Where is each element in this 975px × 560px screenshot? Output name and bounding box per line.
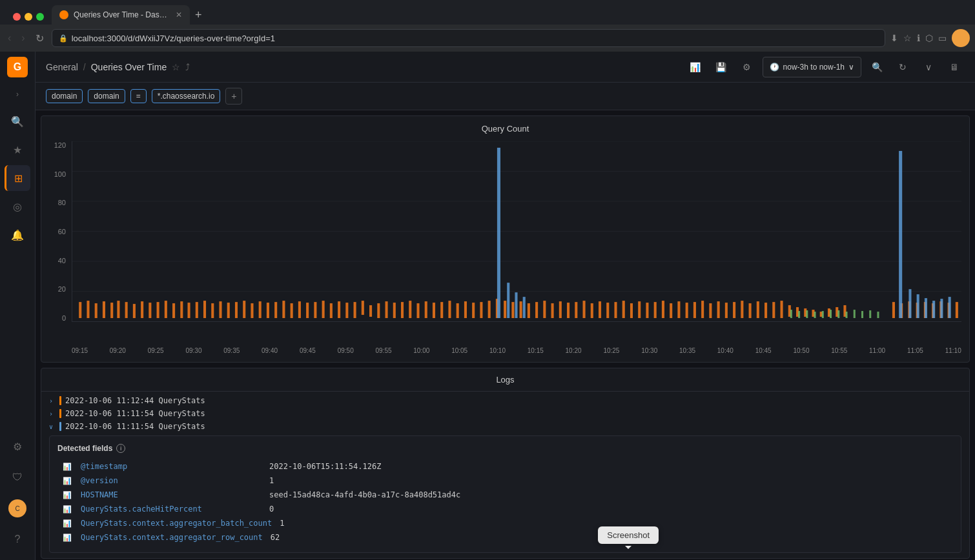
favorite-star-icon[interactable]: ☆ — [172, 62, 180, 72]
x-label-1010: 10:10 — [489, 347, 506, 354]
bookmark-icon[interactable]: ☆ — [903, 33, 912, 43]
svg-rect-25 — [227, 303, 230, 318]
svg-rect-89 — [733, 302, 735, 318]
svg-rect-16 — [157, 302, 159, 318]
panel-view-button[interactable]: 📊 — [685, 57, 706, 77]
svg-rect-112 — [956, 302, 958, 318]
share-icon[interactable]: ⤴ — [185, 62, 190, 72]
svg-rect-63 — [528, 303, 530, 318]
refresh-icon: ↻ — [899, 62, 907, 72]
svg-rect-45 — [385, 301, 388, 318]
reload-button[interactable]: ↻ — [33, 30, 46, 47]
log-entry-2[interactable]: › 2022-10-06 11:11:54 QueryStats — [41, 407, 969, 420]
app-logo[interactable]: G — [7, 57, 28, 77]
svg-rect-50 — [425, 301, 427, 318]
logs-title: Logs — [41, 368, 969, 392]
svg-rect-128 — [822, 311, 824, 318]
save-button[interactable]: 💾 — [711, 57, 732, 77]
svg-rect-74 — [614, 302, 617, 318]
filter-tag-value[interactable]: *.chaossearch.io — [152, 89, 221, 103]
svg-rect-78 — [646, 303, 648, 318]
breadcrumb-parent: General — [46, 62, 78, 72]
field-row-hostname: 📊 HOSTNAME seed-15ad48ca-4afd-4b0a-a17c-… — [57, 488, 953, 502]
svg-rect-88 — [725, 303, 728, 318]
svg-rect-115 — [515, 292, 517, 318]
y-label-120: 120 — [54, 141, 66, 149]
x-label-1020: 10:20 — [566, 347, 582, 354]
download-icon[interactable]: ⬇ — [890, 33, 898, 43]
svg-rect-77 — [638, 301, 641, 318]
sidebar-item-dashboards[interactable]: ⊞ — [5, 165, 30, 191]
svg-rect-24 — [219, 301, 221, 318]
tab-bar: Queries Over Time - Dashboar... ✕ + — [0, 0, 975, 25]
svg-rect-55 — [464, 301, 467, 318]
explore-icon: ◎ — [13, 201, 22, 213]
maximize-traffic-light[interactable] — [36, 13, 44, 21]
info-icon[interactable]: i — [116, 444, 125, 453]
address-bar[interactable]: 🔒 localhost:3000/d/dWxiiJ7Vz/queries-ove… — [52, 29, 885, 47]
sidebar-item-explore[interactable]: ◎ — [5, 194, 30, 219]
svg-rect-21 — [196, 302, 198, 318]
shield-icon: 🛡 — [12, 472, 23, 483]
active-tab[interactable]: Queries Over Time - Dashboar... ✕ — [52, 5, 190, 25]
svg-rect-127 — [814, 312, 816, 318]
log-entry-3[interactable]: ∨ 2022-10-06 11:11:54 QueryStats — [41, 420, 969, 433]
settings-button[interactable]: ⚙ — [737, 57, 757, 77]
extension2-icon[interactable]: ⬡ — [925, 33, 933, 43]
filter-tag-key[interactable]: domain — [46, 89, 83, 103]
tab-close-button[interactable]: ✕ — [176, 10, 182, 19]
y-label-0: 0 — [62, 314, 66, 322]
log-toggle-1[interactable]: › — [49, 397, 56, 405]
help-icon: ? — [15, 534, 21, 545]
svg-rect-62 — [520, 301, 522, 318]
browser-chrome: Queries Over Time - Dashboar... ✕ + ‹ › … — [0, 0, 975, 52]
filter-tag-op[interactable]: = — [130, 89, 147, 103]
log-toggle-2[interactable]: › — [49, 410, 56, 417]
time-range-picker[interactable]: 🕐 now-3h to now-1h ∨ — [763, 57, 861, 77]
filter-bar: domain domain = *.chaossearch.io + — [36, 83, 975, 110]
minimize-traffic-light[interactable] — [25, 13, 32, 21]
refresh-dropdown[interactable]: ∨ — [918, 57, 939, 77]
field-name-batch-count: QueryStats.context.aggregator_batch_coun… — [81, 519, 272, 528]
sidebar-item-starred[interactable]: ★ — [5, 137, 30, 163]
sidebar-item-shield[interactable]: 🛡 — [5, 465, 30, 490]
field-row-batch-count: 📊 QueryStats.context.aggregator_batch_co… — [57, 516, 953, 530]
close-traffic-light[interactable] — [13, 13, 21, 21]
field-value-row-count: 62 — [271, 533, 280, 542]
sidebar-item-alerts[interactable]: 🔔 — [5, 222, 30, 248]
log-toggle-3[interactable]: ∨ — [49, 423, 56, 430]
y-label-40: 40 — [58, 257, 66, 265]
layout-icon[interactable]: ▭ — [938, 33, 947, 43]
back-button[interactable]: ‹ — [5, 30, 14, 46]
refresh-button[interactable]: ↻ — [892, 57, 913, 77]
new-tab-button[interactable]: + — [190, 5, 207, 25]
sidebar-toggle-button[interactable]: › — [11, 88, 24, 101]
user-avatar[interactable] — [952, 29, 970, 47]
svg-rect-124 — [790, 310, 792, 318]
svg-rect-125 — [798, 311, 800, 318]
field-value-batch-count: 1 — [280, 519, 284, 528]
fullscreen-button[interactable]: 🖥 — [944, 57, 965, 77]
log-entry-1[interactable]: › 2022-10-06 11:12:44 QueryStats — [41, 394, 969, 407]
top-bar: General / Queries Over Time ☆ ⤴ 📊 💾 ⚙ 🕐 — [36, 52, 975, 83]
svg-rect-113 — [497, 148, 500, 318]
sidebar-item-settings[interactable]: ⚙ — [5, 434, 30, 459]
svg-rect-11 — [117, 301, 119, 318]
detected-fields-title: Detected fields i — [57, 444, 953, 453]
sidebar-item-search[interactable]: 🔍 — [5, 108, 30, 134]
svg-rect-123 — [949, 297, 951, 318]
sidebar-item-chaos[interactable]: C — [5, 495, 30, 521]
extension1-icon[interactable]: ℹ — [917, 33, 920, 43]
sidebar-item-help[interactable]: ? — [5, 526, 30, 552]
svg-rect-46 — [393, 303, 396, 318]
forward-button[interactable]: › — [19, 30, 27, 46]
svg-rect-64 — [535, 302, 538, 318]
field-bar-icon-4: 📊 — [63, 505, 73, 514]
filter-tag-field[interactable]: domain — [88, 89, 125, 103]
zoom-out-button[interactable]: 🔍 — [867, 57, 887, 77]
svg-rect-61 — [511, 302, 514, 318]
svg-rect-119 — [917, 294, 919, 318]
svg-rect-51 — [433, 303, 435, 318]
x-label-1035: 10:35 — [679, 347, 695, 354]
add-filter-button[interactable]: + — [225, 88, 242, 105]
